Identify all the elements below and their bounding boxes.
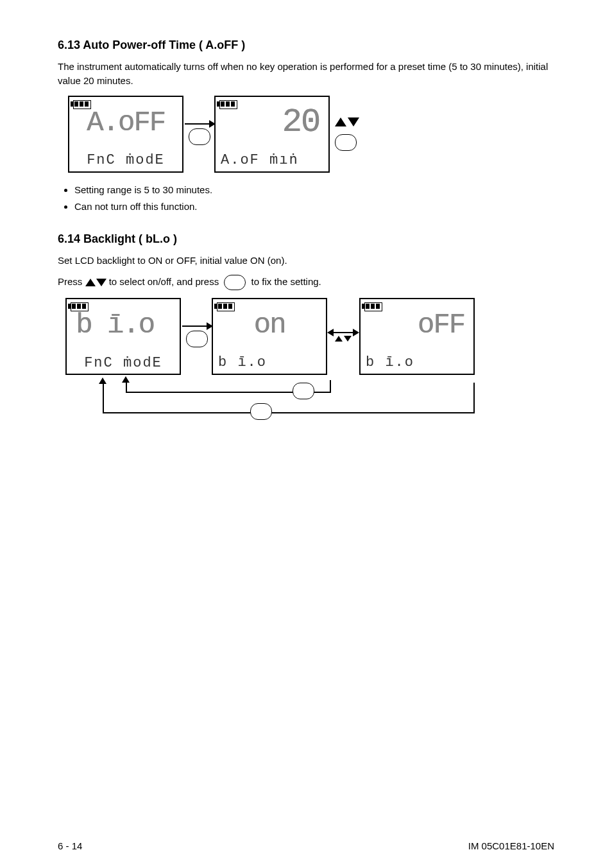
diagram-6-14: b ī.o FnC ṁodE on b ī.o oFF b ī.o: [58, 298, 554, 375]
lcd-main-text: b ī.o: [76, 309, 154, 341]
text-select: to select on/off, and press: [109, 276, 222, 287]
bullet-nooff: Can not turn off this function.: [74, 200, 554, 214]
arrow-button-group: [185, 123, 214, 145]
control-hint: [335, 117, 359, 151]
section-6-13-desc: The instrument automatically turns off w…: [58, 60, 554, 88]
section-6-14-title: 6.14 Backlight ( bL.o ): [58, 232, 554, 246]
lcd-screen-aoff-menu: A.oFF FnC ṁodE: [68, 96, 183, 173]
text-fix: to fix the setting.: [251, 276, 321, 287]
up-down-icon: [335, 336, 352, 342]
lcd-sub-text: b ī.o: [366, 354, 414, 370]
lcd-main-text: 20: [282, 103, 319, 141]
arrow-up-icon: [122, 376, 130, 383]
arrow-button-group: [182, 326, 212, 347]
section-6-14-desc2: Press to select on/off, and press to fix…: [58, 275, 554, 290]
battery-icon: [217, 302, 234, 310]
battery-icon: [73, 100, 90, 108]
button-icon: [224, 275, 246, 290]
button-icon: [335, 134, 357, 151]
button-icon: [189, 128, 210, 145]
return-arrows: [77, 385, 554, 430]
battery-icon: [219, 100, 236, 108]
arrow-right-icon: [182, 326, 212, 327]
diagram-6-13: A.oFF FnC ṁodE 20 A.oF ṁıṅ: [58, 96, 554, 173]
up-down-icon: [85, 279, 106, 286]
button-icon: [293, 383, 314, 399]
page: 6.13 Auto Power-off Time ( A.oFF ) The i…: [0, 0, 612, 868]
lcd-screen-blo-menu: b ī.o FnC ṁodE: [65, 298, 181, 375]
double-arrow-control: [328, 332, 358, 342]
lcd-screen-aoff-value: 20 A.oF ṁıṅ: [214, 96, 330, 173]
lcd-sub-text: A.oF ṁıṅ: [221, 151, 299, 168]
section-6-13-bullets: Setting range is 5 to 30 minutes. Can no…: [58, 183, 554, 214]
text-press: Press: [58, 276, 85, 287]
lcd-main-text: A.oFF: [87, 107, 165, 139]
lcd-sub-text: FnC ṁodE: [87, 151, 165, 168]
page-footer: 6 - 14 IM 05C01E81-10EN: [0, 840, 612, 851]
button-icon: [250, 403, 272, 420]
up-down-icon: [335, 117, 359, 126]
return-line-2: [103, 412, 475, 413]
lcd-screen-blo-on: on b ī.o: [212, 298, 327, 375]
return-line-1: [126, 392, 331, 393]
section-6-13-title: 6.13 Auto Power-off Time ( A.oFF ): [58, 39, 554, 52]
section-6-14-desc1: Set LCD backlight to ON or OFF, initial …: [58, 254, 554, 268]
bullet-range: Setting range is 5 to 30 minutes.: [74, 183, 554, 198]
page-number: 6 - 14: [58, 840, 82, 851]
lcd-main-text: on: [254, 309, 285, 341]
lcd-main-text: oFF: [418, 309, 464, 341]
battery-icon: [71, 302, 87, 310]
button-icon: [186, 331, 208, 347]
doc-id: IM 05C01E81-10EN: [468, 840, 554, 851]
battery-icon: [364, 302, 381, 310]
lcd-sub-text: FnC ṁodE: [84, 354, 162, 371]
arrow-right-icon: [185, 123, 214, 125]
lcd-screen-blo-off: oFF b ī.o: [359, 298, 475, 375]
lcd-sub-text: b ī.o: [218, 354, 267, 370]
arrow-double-icon: [328, 332, 358, 333]
arrow-up-icon: [99, 378, 106, 384]
